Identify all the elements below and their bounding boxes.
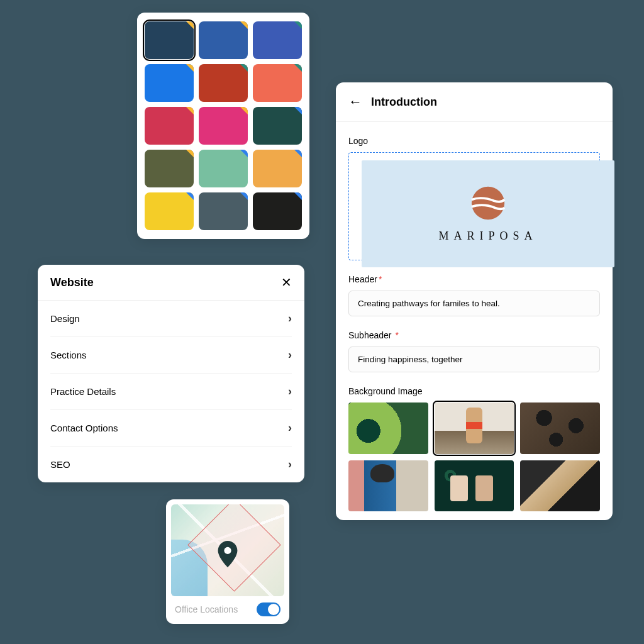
logo-dropzone[interactable]: MARIPOSA — [348, 152, 600, 260]
mariposa-logo-icon — [470, 186, 506, 221]
chevron-right-icon: › — [288, 458, 292, 471]
chevron-right-icon: › — [288, 385, 292, 398]
color-palette-panel — [137, 13, 309, 239]
website-panel-header: Website ✕ — [38, 265, 304, 301]
office-locations-label: Office Locations — [175, 604, 238, 614]
map-footer: Office Locations — [171, 596, 284, 619]
website-settings-panel: Website ✕ Design›Sections›Practice Detai… — [38, 265, 304, 482]
menu-item-label: SEO — [50, 459, 70, 470]
logo-preview: MARIPOSA — [362, 160, 614, 267]
bg-thumb-child[interactable] — [435, 402, 514, 454]
svg-point-0 — [224, 547, 231, 554]
map-pin-icon — [217, 541, 238, 570]
menu-item-sections[interactable]: Sections› — [50, 337, 292, 374]
bg-thumb-hands[interactable] — [520, 460, 600, 512]
color-swatch-1[interactable] — [199, 21, 248, 59]
office-locations-toggle[interactable] — [257, 602, 280, 616]
background-image-grid — [348, 402, 600, 511]
menu-item-contact-options[interactable]: Contact Options› — [50, 410, 292, 447]
bg-thumb-tubes[interactable] — [435, 460, 514, 512]
color-swatch-10[interactable] — [199, 150, 248, 187]
menu-item-label: Contact Options — [50, 423, 118, 433]
header-label: Header* — [348, 274, 600, 284]
subheader-input[interactable] — [348, 347, 600, 372]
color-swatch-13[interactable] — [199, 192, 248, 230]
website-panel-title: Website — [50, 276, 94, 289]
menu-item-seo[interactable]: SEO› — [50, 447, 292, 482]
bg-thumb-plant[interactable] — [348, 402, 428, 454]
svg-point-1 — [472, 186, 504, 219]
close-icon[interactable]: ✕ — [281, 275, 292, 290]
color-swatch-5[interactable] — [253, 64, 302, 102]
menu-item-practice-details[interactable]: Practice Details› — [50, 374, 292, 410]
brand-name: MARIPOSA — [438, 230, 537, 243]
menu-item-label: Practice Details — [50, 386, 116, 397]
map-preview[interactable] — [171, 504, 284, 596]
bg-thumb-coffee[interactable] — [520, 402, 600, 454]
color-swatch-6[interactable] — [145, 107, 194, 145]
back-arrow-icon[interactable]: ← — [348, 94, 362, 110]
menu-item-label: Design — [50, 313, 80, 324]
color-swatch-11[interactable] — [253, 150, 302, 187]
bg-thumb-woman[interactable] — [348, 460, 428, 512]
logo-label: Logo — [348, 136, 600, 146]
palette-grid — [145, 21, 302, 230]
background-image-label: Background Image — [348, 386, 600, 396]
color-swatch-3[interactable] — [145, 64, 194, 102]
color-swatch-8[interactable] — [253, 107, 302, 145]
intro-header: ← Introduction — [336, 82, 613, 122]
chevron-right-icon: › — [288, 348, 292, 362]
subheader-label: Subheader * — [348, 330, 600, 340]
website-menu-list: Design›Sections›Practice Details›Contact… — [38, 301, 304, 482]
introduction-panel: ← Introduction Logo MARIPOSA Header* Sub… — [336, 82, 613, 520]
menu-item-label: Sections — [50, 350, 87, 360]
menu-item-design[interactable]: Design› — [50, 301, 292, 337]
chevron-right-icon: › — [288, 421, 292, 435]
color-swatch-4[interactable] — [199, 64, 248, 102]
color-swatch-2[interactable] — [253, 21, 302, 59]
intro-title: Introduction — [371, 96, 437, 109]
color-swatch-0[interactable] — [145, 21, 194, 59]
color-swatch-14[interactable] — [253, 192, 302, 230]
chevron-right-icon: › — [288, 312, 292, 325]
office-locations-card: Office Locations — [166, 499, 289, 624]
color-swatch-12[interactable] — [145, 192, 194, 230]
color-swatch-9[interactable] — [145, 150, 194, 187]
color-swatch-7[interactable] — [199, 107, 248, 145]
header-input[interactable] — [348, 291, 600, 316]
intro-body: Logo MARIPOSA Header* Subheader * Backgr… — [336, 122, 613, 511]
